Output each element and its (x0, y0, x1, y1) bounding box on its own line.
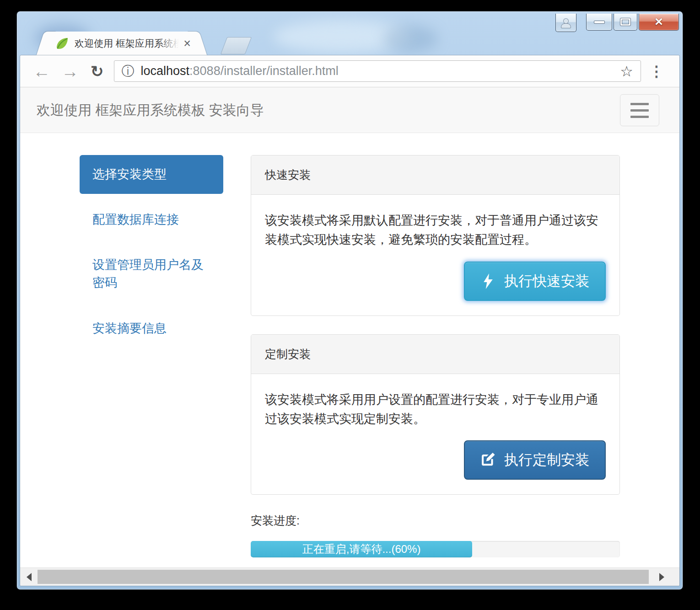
hamburger-icon (630, 103, 649, 105)
minimize-button[interactable] (586, 14, 612, 31)
scroll-left-arrow[interactable] (21, 568, 37, 586)
panel-description: 该安装模式将采用用户设置的配置进行安装，对于专业用户通过该安装模式实现定制安装。 (251, 374, 619, 429)
page-body: 选择安装类型 配置数据库连接 设置管理员用户名及密码 安装摘要信息 快速安装 该… (20, 133, 679, 557)
chrome-menu-icon[interactable]: ⋮ (641, 63, 672, 80)
quick-install-button[interactable]: 执行快速安装 (464, 262, 606, 301)
profile-button[interactable] (555, 14, 576, 32)
back-button[interactable]: ← (27, 63, 56, 80)
person-icon (561, 19, 571, 27)
navbar-toggle-button[interactable] (620, 94, 659, 126)
url-host: localhost (141, 64, 190, 78)
scroll-right-arrow[interactable] (654, 568, 669, 586)
scrollbar-thumb[interactable] (38, 570, 649, 584)
url-path: :8088/installer/installer.html (189, 64, 339, 78)
browser-tab[interactable]: 欢迎使用 框架应用系统模板 × (46, 32, 197, 55)
panel-description: 该安装模式将采用默认配置进行安装，对于普通用户通过该安装模式实现快速安装，避免繁… (251, 195, 619, 250)
sidebar-item-install-summary[interactable]: 安装摘要信息 (80, 309, 223, 348)
titlebar[interactable]: ✕ 欢迎使用 框架应用系统模板 × (17, 11, 683, 55)
close-window-button[interactable]: ✕ (639, 14, 679, 31)
web-page: 欢迎使用 框架应用系统模板 安装向导 选择安装类型 配置数据库连接 设置管理员用… (20, 87, 679, 567)
tab-title: 欢迎使用 框架应用系统模板 (75, 37, 179, 50)
lightning-icon (480, 273, 496, 289)
maximize-icon (620, 18, 630, 26)
panel-title: 定制安装 (251, 335, 619, 374)
progress-fill: 正在重启,请等待...(60%) (251, 541, 472, 557)
page-title: 欢迎使用 框架应用系统模板 安装向导 (37, 101, 264, 119)
forward-button[interactable]: → (56, 63, 84, 80)
new-tab-button[interactable] (221, 37, 252, 54)
reload-button[interactable]: ↻ (84, 64, 110, 79)
sidebar-item-database-config[interactable]: 配置数据库连接 (80, 200, 223, 239)
custom-install-panel: 定制安装 该安装模式将采用用户设置的配置进行安装，对于专业用户通过该安装模式实现… (251, 334, 620, 495)
main-content: 快速安装 该安装模式将采用默认配置进行安装，对于普通用户通过该安装模式实现快速安… (251, 155, 620, 557)
quick-install-button-label: 执行快速安装 (504, 272, 589, 291)
browser-window: ✕ 欢迎使用 框架应用系统模板 × ← → ↻ ⓘ localhost:8088… (16, 11, 683, 590)
page-info-icon[interactable]: ⓘ (122, 63, 135, 80)
browser-toolbar: ← → ↻ ⓘ localhost:8088/installer/install… (20, 55, 679, 87)
tab-close-icon[interactable]: × (183, 37, 191, 50)
progress-label: 安装进度: (251, 513, 620, 528)
horizontal-scrollbar[interactable] (20, 567, 679, 586)
edit-icon (480, 452, 496, 468)
custom-install-button[interactable]: 执行定制安装 (464, 440, 606, 480)
window-controls: ✕ (586, 14, 679, 31)
triangle-left-icon (27, 573, 32, 581)
spring-leaf-favicon-icon (55, 37, 69, 50)
quick-install-panel: 快速安装 该安装模式将采用默认配置进行安装，对于普通用户通过该安装模式实现快速安… (251, 155, 620, 316)
titlebar-glass-decoration (383, 25, 438, 53)
close-icon: ✕ (654, 16, 663, 27)
custom-install-button-label: 执行定制安装 (504, 450, 589, 470)
bookmark-star-icon[interactable]: ☆ (620, 63, 633, 80)
sidebar-item-admin-account[interactable]: 设置管理员用户名及密码 (80, 246, 223, 302)
address-bar[interactable]: ⓘ localhost:8088/installer/installer.htm… (114, 60, 641, 82)
sidebar-item-install-type[interactable]: 选择安装类型 (80, 155, 223, 194)
panel-title: 快速安装 (251, 155, 619, 195)
progress-status-text: 正在重启,请等待...(60%) (302, 542, 421, 556)
site-navbar: 欢迎使用 框架应用系统模板 安装向导 (20, 87, 679, 133)
minimize-icon (594, 21, 604, 23)
url-text: localhost:8088/installer/installer.html (141, 64, 615, 78)
triangle-right-icon (659, 573, 664, 581)
wizard-steps-sidebar: 选择安装类型 配置数据库连接 设置管理员用户名及密码 安装摘要信息 (80, 155, 223, 557)
browser-chrome: ← → ↻ ⓘ localhost:8088/installer/install… (20, 55, 679, 586)
progress-bar: 正在重启,请等待...(60%) (251, 541, 620, 557)
maximize-button[interactable] (614, 14, 637, 31)
